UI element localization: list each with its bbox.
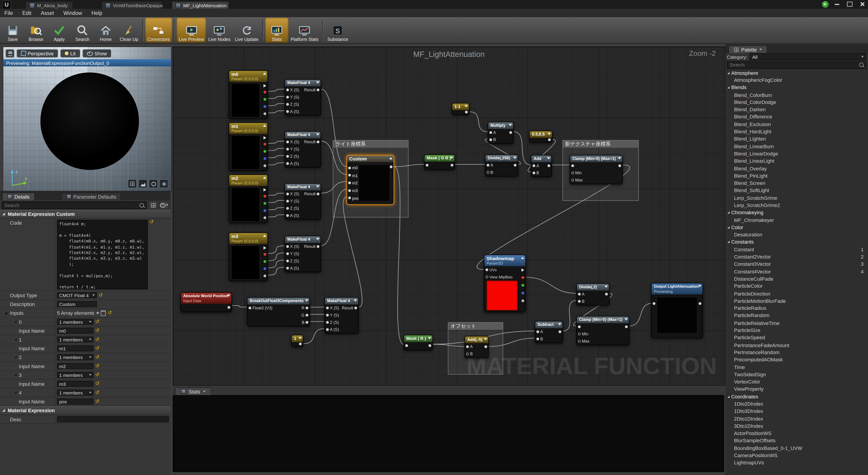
output-pin[interactable]: [559, 330, 561, 333]
home-button[interactable]: Home: [94, 18, 117, 42]
input-pin[interactable]: [286, 140, 289, 143]
palette-item-blend-pinlight[interactable]: Blend_PinLight: [725, 172, 868, 180]
input-pin[interactable]: [489, 138, 492, 141]
node-makefloat-4[interactable]: MakeFloat 4X (S)ResultY (S)Z (S)A (S): [285, 236, 321, 272]
code-textarea[interactable]: float4x4 m; m = float4x4( float4(m0.x, m…: [57, 220, 148, 289]
perspective-button[interactable]: Perspective: [17, 49, 58, 58]
palette-item-mf-chromakeyer[interactable]: MF_Chromakeyer: [725, 216, 868, 224]
palette-item-blend-linearburn[interactable]: Blend_LinearBurn: [725, 143, 868, 150]
doc-tab-m-alicia-body[interactable]: M_Alicia_body: [26, 1, 73, 9]
palette-item-3dto1dindex[interactable]: 3Dto1DIndex: [725, 422, 868, 430]
output-pin[interactable]: [306, 313, 308, 316]
gray-output-pin[interactable]: [264, 274, 266, 277]
collapse-chevron-icon[interactable]: [450, 157, 454, 159]
palette-item-boundingboxbased-0-1-uvw[interactable]: BoundingBoxBased_0-1_UVW: [725, 444, 868, 452]
node-makefloat-4[interactable]: MakeFloat 4X (S)ResultY (S)Z (S)A (S): [285, 183, 321, 220]
rgb-output-pin[interactable]: [264, 246, 266, 250]
node-makefloat-4[interactable]: MakeFloat 4X (S)ResultY (S)Z (S)A (S): [285, 131, 321, 168]
add-element-icon[interactable]: +: [96, 311, 99, 315]
input-pin[interactable]: [348, 174, 351, 177]
trash-icon[interactable]: [101, 310, 106, 316]
stats-output-area[interactable]: [173, 395, 724, 472]
input-pin[interactable]: [286, 245, 289, 248]
collapse-chevron-icon[interactable]: [513, 157, 517, 159]
liveupdate-button[interactable]: Live Update: [232, 18, 260, 42]
input-pin[interactable]: [489, 131, 492, 133]
output-pin[interactable]: [465, 111, 468, 114]
collapse-chevron-icon[interactable]: [624, 318, 628, 320]
palette-item-atmosphericfogcolor[interactable]: AtmosphericFogColor: [725, 76, 868, 84]
palette-item-lerp-scratchgrime2[interactable]: Lerp_ScratchGrime2: [725, 201, 868, 209]
green-output-pin[interactable]: [264, 260, 266, 262]
collapse-chevron-icon[interactable]: [509, 124, 512, 126]
show-button[interactable]: Show: [82, 49, 112, 58]
output-pin[interactable]: [228, 306, 230, 309]
input-pin[interactable]: [326, 313, 329, 316]
collapse-chevron-icon[interactable]: [558, 323, 561, 325]
reset-to-default-icon[interactable]: ↺: [95, 319, 99, 324]
node-add-5[interactable]: Add(,-5)AB: [465, 336, 489, 358]
collapse-chevron-icon[interactable]: [618, 157, 621, 160]
reset-to-default-icon[interactable]: ↺: [95, 337, 99, 342]
node-m3[interactable]: m3Param (0,0,0,0): [228, 232, 268, 281]
node-mask-g-b[interactable]: Mask ( G B ): [424, 154, 455, 170]
blue-output-pin[interactable]: [264, 209, 266, 212]
tab-details[interactable]: Details: [2, 193, 35, 200]
palette-item-particlecolor[interactable]: ParticleColor: [725, 282, 868, 290]
node-1-1[interactable]: 1-1: [452, 103, 469, 115]
palette-item-blend-linearlight[interactable]: Blend_LinearLight: [725, 158, 868, 165]
gray-output-pin[interactable]: [264, 216, 266, 219]
palette-item-particlerelativetime[interactable]: ParticleRelativeTime: [725, 319, 868, 327]
input-name-field[interactable]: m1: [57, 345, 94, 351]
node-breakoutfloat3components[interactable]: BreakOutFloat3ComponentsFloat3 (V3)RGB: [247, 297, 310, 326]
reset-to-default-icon[interactable]: ↺: [95, 399, 99, 404]
input-pin[interactable]: [286, 103, 289, 105]
palette-category-chromakeying[interactable]: Chromakeying: [725, 209, 868, 217]
input-pin[interactable]: [286, 88, 289, 91]
input-pin[interactable]: [348, 189, 351, 192]
palette-item-lerp-scratchgrime[interactable]: Lerp_ScratchGrime: [725, 194, 868, 202]
node-clamp-min-0-max-1[interactable]: Clamp (Min=0) (Max=1)MinMax: [569, 155, 623, 184]
rgb-output-pin[interactable]: [264, 136, 266, 139]
input-pin[interactable]: [486, 268, 488, 271]
node-subtract[interactable]: SubtractAB: [535, 321, 563, 343]
viewport-settings-button[interactable]: [159, 179, 168, 188]
tab-parameter-defaults[interactable]: Parameter Defaults: [61, 193, 121, 200]
gray-output-pin[interactable]: [522, 299, 524, 302]
collapse-chevron-icon[interactable]: [316, 81, 319, 84]
rgb-output-pin[interactable]: [522, 268, 524, 272]
section-material-expression[interactable]: Material Expression: [0, 406, 170, 415]
palette-category-color[interactable]: Color: [725, 224, 868, 231]
input-pin[interactable]: [486, 275, 488, 278]
red-output-pin[interactable]: [522, 276, 524, 279]
palette-item-blend-lighten[interactable]: Blend_Lighten: [725, 135, 868, 143]
reset-to-default-icon[interactable]: ↺: [95, 381, 99, 386]
input-pin[interactable]: [286, 95, 289, 98]
blue-output-pin[interactable]: [522, 292, 524, 294]
node-makefloat-4[interactable]: MakeFloat 4X (S)ResultY (S)Z (S)A (S): [324, 297, 359, 334]
livenodes-button[interactable]: Live Nodes: [206, 18, 233, 42]
node-clamp-min-0-max-1[interactable]: Clamp (Min=0) (Max=1)MinMax: [576, 316, 629, 345]
input-pin[interactable]: [578, 292, 581, 295]
input-pin[interactable]: [286, 148, 289, 150]
viewport-sphere-button[interactable]: [149, 179, 158, 188]
node-0-5-0-5[interactable]: 0.5,0.5: [529, 131, 553, 143]
palette-item-actorpositionws[interactable]: ActorPositionWS: [725, 430, 868, 437]
node-1[interactable]: 1: [291, 335, 303, 347]
input-pin[interactable]: [286, 207, 289, 210]
search-button[interactable]: Search: [71, 18, 94, 42]
output-pin[interactable]: [299, 343, 302, 345]
palette-search-input[interactable]: Search: [727, 61, 866, 68]
input-name-field[interactable]: m2: [57, 363, 94, 369]
apply-button[interactable]: Apply: [48, 18, 71, 42]
input-pin[interactable]: [536, 330, 539, 333]
input-name-field[interactable]: m3: [57, 381, 94, 387]
input-pin[interactable]: [286, 266, 289, 269]
description-field[interactable]: Custom: [57, 301, 97, 307]
output-pin[interactable]: [429, 344, 431, 347]
input-name-field[interactable]: pos: [57, 399, 94, 405]
substance-button[interactable]: SSubstance: [325, 18, 350, 42]
input-pin[interactable]: [286, 162, 289, 164]
collapse-chevron-icon[interactable]: [698, 285, 702, 287]
collapse-chevron-icon[interactable]: [465, 105, 468, 107]
